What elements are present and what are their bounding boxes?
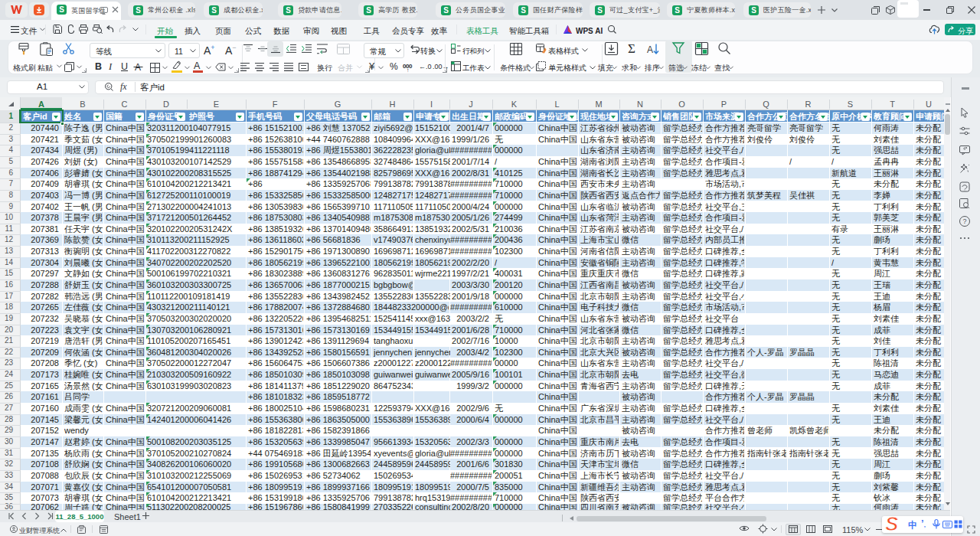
svg-text:A: A bbox=[647, 44, 653, 55]
svg-text:S: S bbox=[885, 512, 899, 535]
svg-text:?: ? bbox=[963, 217, 967, 225]
